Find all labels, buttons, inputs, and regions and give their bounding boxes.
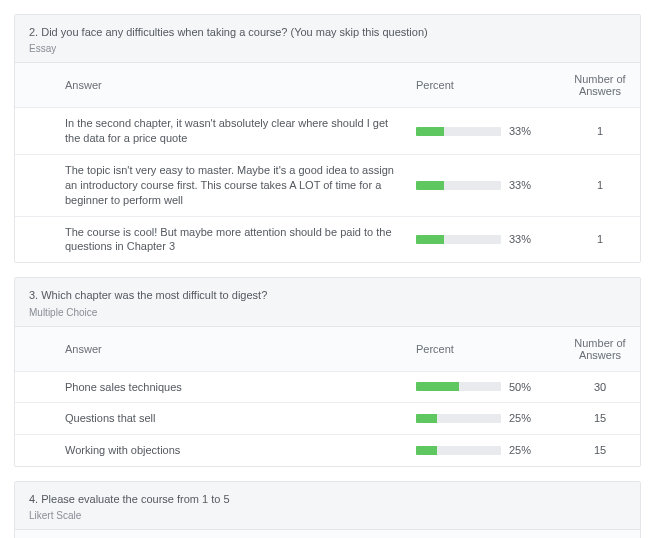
column-header-percent: Percent [410,530,560,538]
question-block: 2. Did you face any difficulties when ta… [14,14,641,263]
progress-bar-fill [416,382,459,391]
count-value: 1 [560,154,640,216]
table-row: Phone sales techniques50%30 [15,371,640,403]
percent-cell: 25% [410,435,560,466]
percent-cell: 25% [410,403,560,435]
answers-table: AnswerPercentNumber of Answers5=Point25%… [15,530,640,538]
progress-bar-fill [416,127,444,136]
column-header-answer: Answer [15,63,410,108]
progress-bar-fill [416,446,437,455]
table-row: The topic isn't very easy to master. May… [15,154,640,216]
column-header-count: Number of Answers [560,63,640,108]
question-type: Essay [29,43,626,54]
column-header-answer: Answer [15,530,410,538]
question-type: Multiple Choice [29,307,626,318]
answer-text: The topic isn't very easy to master. May… [15,154,410,216]
percent-cell: 33% [410,108,560,155]
question-header: 4. Please evaluate the course from 1 to … [15,482,640,530]
table-row: The course is cool! But maybe more atten… [15,216,640,262]
table-header-row: AnswerPercentNumber of Answers [15,63,640,108]
table-row: Questions that sell25%15 [15,403,640,435]
percent-cell: 50% [410,371,560,403]
progress-bar-fill [416,181,444,190]
progress-bar-track [416,414,501,423]
count-value: 1 [560,216,640,262]
question-header: 3. Which chapter was the most difficult … [15,278,640,326]
count-value: 30 [560,371,640,403]
answers-table: AnswerPercentNumber of AnswersIn the sec… [15,63,640,262]
question-block: 3. Which chapter was the most difficult … [14,277,641,467]
progress-bar-fill [416,414,437,423]
column-header-answer: Answer [15,327,410,372]
question-title: 3. Which chapter was the most difficult … [29,288,626,302]
table-header-row: AnswerPercentNumber of Answers [15,327,640,372]
survey-report: 2. Did you face any difficulties when ta… [0,0,655,538]
question-type: Likert Scale [29,510,626,521]
percent-wrap: 33% [416,178,554,193]
answer-text: The course is cool! But maybe more atten… [15,216,410,262]
progress-bar-track [416,382,501,391]
progress-bar-track [416,181,501,190]
percent-wrap: 33% [416,232,554,247]
count-value: 1 [560,108,640,155]
progress-bar-track [416,235,501,244]
percent-value: 25% [509,443,531,458]
answers-table: AnswerPercentNumber of AnswersPhone sale… [15,327,640,467]
percent-value: 33% [509,178,531,193]
column-header-count: Number of Answers [560,327,640,372]
percent-cell: 33% [410,154,560,216]
question-title: 4. Please evaluate the course from 1 to … [29,492,626,506]
percent-wrap: 25% [416,443,554,458]
percent-value: 50% [509,380,531,395]
question-header: 2. Did you face any difficulties when ta… [15,15,640,63]
percent-wrap: 33% [416,124,554,139]
answer-text: In the second chapter, it wasn't absolut… [15,108,410,155]
percent-cell: 33% [410,216,560,262]
table-header-row: AnswerPercentNumber of Answers [15,530,640,538]
answer-text: Working with objections [15,435,410,466]
table-row: In the second chapter, it wasn't absolut… [15,108,640,155]
progress-bar-fill [416,235,444,244]
question-title: 2. Did you face any difficulties when ta… [29,25,626,39]
percent-value: 33% [509,232,531,247]
answer-text: Questions that sell [15,403,410,435]
answer-text: Phone sales techniques [15,371,410,403]
question-block: 4. Please evaluate the course from 1 to … [14,481,641,538]
table-row: Working with objections25%15 [15,435,640,466]
percent-value: 25% [509,411,531,426]
column-header-percent: Percent [410,327,560,372]
progress-bar-track [416,446,501,455]
count-value: 15 [560,435,640,466]
progress-bar-track [416,127,501,136]
percent-wrap: 25% [416,411,554,426]
count-value: 15 [560,403,640,435]
column-header-count: Number of Answers [560,530,640,538]
percent-wrap: 50% [416,380,554,395]
column-header-percent: Percent [410,63,560,108]
percent-value: 33% [509,124,531,139]
